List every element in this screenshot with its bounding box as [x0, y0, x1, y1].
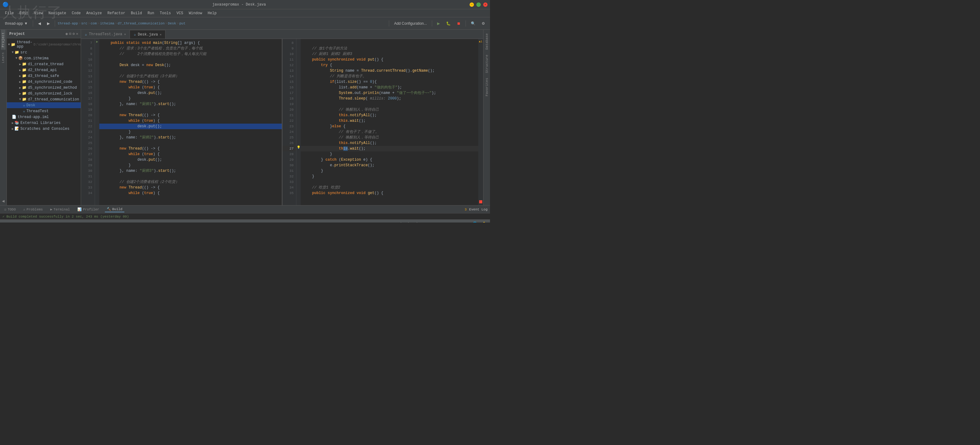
right-line-20[interactable]: // 唤醒别人，等待自己 [301, 107, 478, 112]
left-line-11[interactable]: Desk desk = new Desk(); [99, 62, 282, 68]
right-line-10[interactable]: // 厨师1 厨师2 厨师3 [301, 51, 478, 57]
navigate-forward[interactable]: ▶ [45, 19, 52, 28]
menu-edit[interactable]: Edit [17, 11, 31, 16]
tree-root[interactable]: ▼ 📁 thread-app D:\code\javasepromax\thre… [7, 40, 81, 49]
left-line-34[interactable]: while (true) { [99, 190, 282, 196]
menu-code[interactable]: Code [69, 11, 83, 16]
menu-build[interactable]: Build [128, 11, 145, 16]
tree-desk[interactable]: ☕ Desk [7, 102, 81, 108]
left-line-33[interactable]: new Thread(() -> { [99, 185, 282, 190]
right-line-31[interactable]: } [301, 168, 478, 174]
tree-d6[interactable]: ▶ 📁 d6_synchronized_lock [7, 90, 81, 97]
event-log-link[interactable]: Event Log [469, 207, 487, 211]
run-button[interactable]: ▶ [434, 19, 442, 28]
left-line-15[interactable]: while (true) { [99, 85, 282, 90]
close-button[interactable]: ✕ [483, 3, 487, 7]
close-panel-icon[interactable]: ✕ [76, 32, 78, 36]
right-line-32[interactable]: } [301, 174, 478, 179]
btab-terminal[interactable]: ▶ Terminal [48, 207, 72, 212]
threadtest-tab-close[interactable]: ✕ [124, 32, 126, 36]
left-line-13[interactable]: // 创建3个生产者线程（3个厨师） [99, 74, 282, 79]
right-line-26[interactable]: this.notifyAll(); [301, 140, 478, 146]
desk-tab-close[interactable]: ✕ [160, 33, 161, 36]
left-line-9[interactable]: // 2个消费者线程负责吃包子，每人每次只能 [99, 51, 282, 57]
right-line-28[interactable]: } [301, 151, 478, 157]
breadcrumb-d7[interactable]: d7_thread_communication [118, 22, 165, 25]
breadcrumb-desk[interactable]: Desk [168, 22, 176, 25]
right-line-22[interactable]: this.wait(); [301, 118, 478, 124]
menu-view[interactable]: View [32, 11, 46, 16]
left-line-20[interactable]: new Thread(() -> { [99, 112, 282, 118]
minimize-button[interactable]: — [469, 3, 474, 7]
scope-icon[interactable]: ◉ [65, 32, 68, 36]
tree-ext-libs[interactable]: ▶ 📚 External Libraries [7, 120, 81, 126]
left-line-28[interactable]: desk.put(); [99, 157, 282, 163]
menu-file[interactable]: File [3, 11, 16, 16]
menu-run[interactable]: Run [145, 11, 157, 16]
add-config-button[interactable]: Add Configuration... [391, 19, 430, 28]
navigate-back[interactable]: ◀ [36, 19, 43, 28]
cursor-position[interactable]: 27:19 (2 chars) [388, 222, 418, 223]
left-line-23[interactable]: } [99, 129, 282, 135]
tree-d3[interactable]: ▶ 📁 d3_thread_safe [7, 73, 81, 79]
tree-d1[interactable]: ▶ 📁 d1_create_thread [7, 61, 81, 67]
tree-com-itheima[interactable]: ▼ 📦 com.itheima [7, 55, 81, 61]
menu-refactor[interactable]: Refactor [105, 11, 128, 16]
rtab-structure[interactable]: Structure [484, 52, 489, 75]
stop-button[interactable]: ⏹ [454, 19, 463, 28]
right-line-11[interactable]: public synchronized void put() { [301, 57, 478, 62]
breadcrumb-project[interactable]: thread-app [57, 22, 78, 25]
right-line-17[interactable]: System.out.println(name + "做了一个肉包子~~"); [301, 90, 478, 96]
right-line-25[interactable]: // 唤醒别人，等待自己 [301, 135, 478, 140]
left-line-16[interactable]: desk.put(); [99, 90, 282, 96]
left-line-14[interactable]: new Thread(() -> { [99, 79, 282, 85]
tree-iml[interactable]: 📄 thread-app.iml [7, 114, 81, 120]
left-code-content[interactable]: public static void main(String[] args) {… [99, 39, 282, 205]
project-dropdown[interactable]: thread-app ▼ [3, 19, 30, 28]
left-line-22[interactable]: desk.put(); [99, 124, 282, 129]
tree-d5[interactable]: ▶ 📁 d5_synchronized_method [7, 85, 81, 90]
menu-tools[interactable]: Tools [158, 11, 173, 16]
left-line-32[interactable]: // 创建2个消费者线程（2个吃货） [99, 179, 282, 185]
menu-help[interactable]: Help [205, 11, 219, 16]
right-line-30[interactable]: e.printStackTrace(); [301, 163, 478, 168]
left-line-17[interactable]: } [99, 96, 282, 101]
left-line-7[interactable]: public static void main(String[] args) { [99, 40, 282, 46]
right-line-14[interactable]: // 判断是否有包子。 [301, 74, 478, 79]
right-line-34[interactable]: // 吃货1 吃货2 [301, 185, 478, 190]
title-bar-controls[interactable]: — □ ✕ [469, 3, 487, 7]
tree-src[interactable]: ▼ 📁 src [7, 49, 81, 55]
btab-build[interactable]: 🔨 Build [105, 206, 124, 212]
right-line-35[interactable]: public synchronized void get() { [301, 190, 478, 196]
left-line-27[interactable]: while (true) { [99, 151, 282, 157]
right-code-content[interactable]: // 放1个包子的方法 // 厨师1 厨师2 厨师3 public synchr… [301, 39, 478, 205]
settings-button[interactable]: ⚙ [479, 19, 487, 28]
breadcrumb-com[interactable]: com [91, 22, 97, 25]
left-line-18[interactable]: }, name: "厨师1").start(); [99, 101, 282, 107]
rtab-database[interactable]: Database [484, 31, 489, 52]
left-line-26[interactable]: new Thread(() -> { [99, 146, 282, 151]
rtab-favorites[interactable]: Favorites [484, 75, 489, 98]
right-line-12[interactable]: try { [301, 62, 478, 68]
debug-button[interactable]: 🐛 [444, 19, 453, 28]
btab-problems[interactable]: ⚠ Problems [21, 207, 45, 212]
left-line-8[interactable]: // 需求：3个生产者线程，负责生产包子，每个线 [99, 46, 282, 51]
vtab-learn[interactable]: Learn [1, 50, 6, 65]
right-line-16[interactable]: list.add(name + "做的肉包子"); [301, 85, 478, 90]
tree-d7[interactable]: ▼ 📁 d7_thread_communication [7, 97, 81, 102]
left-line-30[interactable]: }, name: "厨师3").start(); [99, 168, 282, 174]
right-line-29[interactable]: } catch (Exception e) { [301, 157, 478, 163]
menu-vcs[interactable]: VCS [174, 11, 186, 16]
tab-threadtest[interactable]: ☕ ThreadTest.java ✕ [81, 30, 130, 39]
tree-d2[interactable]: ▶ 📁 d2_thread_api [7, 67, 81, 73]
right-line-24[interactable]: // 有包子了，不做了。 [301, 129, 478, 135]
search-button[interactable]: 🔍 [468, 19, 478, 28]
btab-todo[interactable]: ☑ TODO [3, 207, 18, 212]
tree-threadtest[interactable]: ☕ ThreadTest [7, 108, 81, 114]
tree-d4[interactable]: ▶ 📁 d4_synchronized_code [7, 79, 81, 85]
rgutter-27[interactable]: 💡 [296, 145, 301, 150]
right-line-15[interactable]: if(list.size() == 0){ [301, 79, 478, 85]
left-line-29[interactable]: } [99, 163, 282, 168]
maximize-button[interactable]: □ [476, 3, 481, 7]
right-line-21[interactable]: this.notifyAll(); [301, 112, 478, 118]
